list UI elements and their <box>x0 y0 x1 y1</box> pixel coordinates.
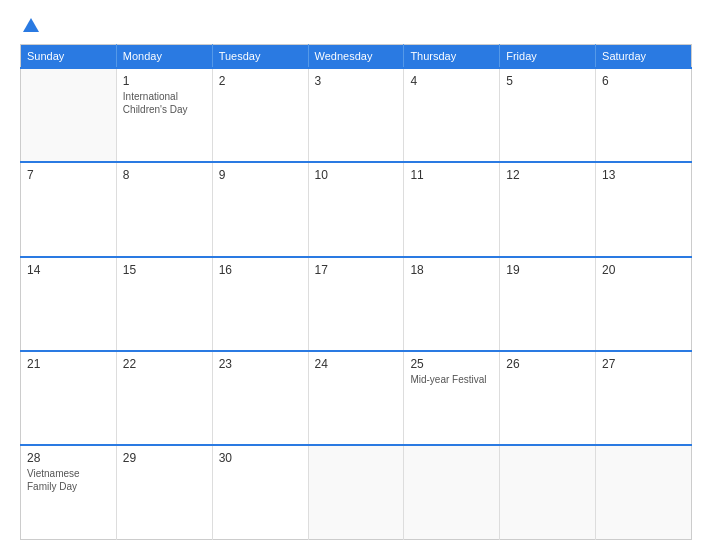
calendar-cell <box>500 445 596 539</box>
logo-triangle-icon <box>23 18 39 32</box>
calendar-cell: 16 <box>212 257 308 351</box>
calendar-cell: 19 <box>500 257 596 351</box>
calendar-cell <box>596 445 692 539</box>
calendar-cell: 28Vietnamese Family Day <box>21 445 117 539</box>
calendar-cell: 2 <box>212 68 308 162</box>
calendar-cell: 29 <box>116 445 212 539</box>
calendar-cell: 27 <box>596 351 692 445</box>
calendar-week-row: 14151617181920 <box>21 257 692 351</box>
calendar-cell <box>308 445 404 539</box>
calendar-cell: 18 <box>404 257 500 351</box>
calendar-cell: 22 <box>116 351 212 445</box>
calendar-cell: 11 <box>404 162 500 256</box>
day-number: 3 <box>315 74 398 88</box>
calendar-cell: 7 <box>21 162 117 256</box>
calendar-cell: 30 <box>212 445 308 539</box>
day-number: 20 <box>602 263 685 277</box>
day-number: 16 <box>219 263 302 277</box>
calendar-cell: 9 <box>212 162 308 256</box>
holiday-label: Mid-year Festival <box>410 374 486 385</box>
day-number: 7 <box>27 168 110 182</box>
calendar-cell: 23 <box>212 351 308 445</box>
day-number: 1 <box>123 74 206 88</box>
day-number: 17 <box>315 263 398 277</box>
calendar-cell: 25Mid-year Festival <box>404 351 500 445</box>
day-number: 24 <box>315 357 398 371</box>
day-number: 6 <box>602 74 685 88</box>
weekday-header-wednesday: Wednesday <box>308 45 404 69</box>
calendar-cell: 21 <box>21 351 117 445</box>
day-number: 26 <box>506 357 589 371</box>
holiday-label: International Children's Day <box>123 91 188 115</box>
weekday-header-saturday: Saturday <box>596 45 692 69</box>
calendar-week-row: 2122232425Mid-year Festival2627 <box>21 351 692 445</box>
calendar-cell: 14 <box>21 257 117 351</box>
calendar-cell: 5 <box>500 68 596 162</box>
holiday-label: Vietnamese Family Day <box>27 468 80 492</box>
day-number: 8 <box>123 168 206 182</box>
day-number: 18 <box>410 263 493 277</box>
day-number: 19 <box>506 263 589 277</box>
weekday-header-thursday: Thursday <box>404 45 500 69</box>
calendar-week-row: 28Vietnamese Family Day2930 <box>21 445 692 539</box>
weekday-header-monday: Monday <box>116 45 212 69</box>
calendar-cell <box>404 445 500 539</box>
day-number: 12 <box>506 168 589 182</box>
weekday-header-friday: Friday <box>500 45 596 69</box>
day-number: 25 <box>410 357 493 371</box>
weekday-header-sunday: Sunday <box>21 45 117 69</box>
calendar-cell: 13 <box>596 162 692 256</box>
day-number: 5 <box>506 74 589 88</box>
day-number: 13 <box>602 168 685 182</box>
calendar-cell: 6 <box>596 68 692 162</box>
calendar-cell: 4 <box>404 68 500 162</box>
calendar-cell: 3 <box>308 68 404 162</box>
weekday-header-tuesday: Tuesday <box>212 45 308 69</box>
calendar-week-row: 1International Children's Day23456 <box>21 68 692 162</box>
calendar-week-row: 78910111213 <box>21 162 692 256</box>
calendar-cell: 10 <box>308 162 404 256</box>
header <box>20 18 692 34</box>
day-number: 9 <box>219 168 302 182</box>
day-number: 11 <box>410 168 493 182</box>
day-number: 27 <box>602 357 685 371</box>
day-number: 15 <box>123 263 206 277</box>
day-number: 22 <box>123 357 206 371</box>
day-number: 30 <box>219 451 302 465</box>
day-number: 21 <box>27 357 110 371</box>
calendar-cell: 1International Children's Day <box>116 68 212 162</box>
calendar-cell: 24 <box>308 351 404 445</box>
calendar-cell: 12 <box>500 162 596 256</box>
day-number: 29 <box>123 451 206 465</box>
day-number: 4 <box>410 74 493 88</box>
calendar-cell: 26 <box>500 351 596 445</box>
weekday-header-row: SundayMondayTuesdayWednesdayThursdayFrid… <box>21 45 692 69</box>
day-number: 2 <box>219 74 302 88</box>
calendar-cell: 15 <box>116 257 212 351</box>
day-number: 28 <box>27 451 110 465</box>
calendar-cell: 8 <box>116 162 212 256</box>
day-number: 23 <box>219 357 302 371</box>
calendar-cell <box>21 68 117 162</box>
logo <box>20 18 39 34</box>
calendar-page: SundayMondayTuesdayWednesdayThursdayFrid… <box>0 0 712 550</box>
day-number: 14 <box>27 263 110 277</box>
calendar-table: SundayMondayTuesdayWednesdayThursdayFrid… <box>20 44 692 540</box>
calendar-cell: 20 <box>596 257 692 351</box>
day-number: 10 <box>315 168 398 182</box>
calendar-cell: 17 <box>308 257 404 351</box>
